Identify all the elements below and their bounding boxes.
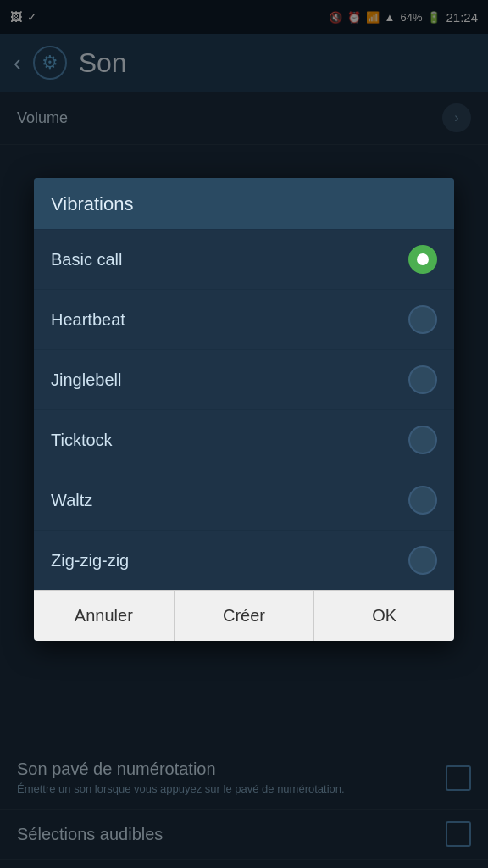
item-waltz: Waltz: [51, 491, 92, 510]
list-item[interactable]: Jinglebell: [34, 350, 454, 410]
create-button[interactable]: Créer: [175, 591, 315, 641]
vibrations-dialog: Vibrations Basic call Heartbeat Jinglebe…: [34, 178, 454, 641]
list-item[interactable]: Waltz: [34, 470, 454, 531]
dialog-list: Basic call Heartbeat Jinglebell Ticktock…: [34, 230, 454, 590]
list-item[interactable]: Basic call: [34, 230, 454, 290]
item-ticktock: Ticktock: [51, 431, 113, 450]
item-zigzigzig: Zig-zig-zig: [51, 551, 129, 570]
radio-zigzigzig[interactable]: [408, 546, 437, 575]
list-item[interactable]: Zig-zig-zig: [34, 531, 454, 590]
item-heartbeat: Heartbeat: [51, 310, 125, 330]
radio-basic-call[interactable]: [408, 245, 437, 274]
ok-button[interactable]: OK: [314, 591, 454, 641]
radio-heartbeat[interactable]: [408, 305, 437, 334]
cancel-button[interactable]: Annuler: [34, 591, 175, 641]
item-basic-call: Basic call: [51, 250, 122, 270]
list-item[interactable]: Heartbeat: [34, 290, 454, 350]
dialog-title: Vibrations: [34, 178, 454, 230]
radio-waltz[interactable]: [408, 486, 437, 515]
radio-jinglebell[interactable]: [408, 365, 437, 394]
radio-ticktock[interactable]: [408, 426, 437, 454]
list-item[interactable]: Ticktock: [34, 410, 454, 470]
dialog-buttons: Annuler Créer OK: [34, 590, 454, 641]
item-jinglebell: Jinglebell: [51, 370, 121, 390]
